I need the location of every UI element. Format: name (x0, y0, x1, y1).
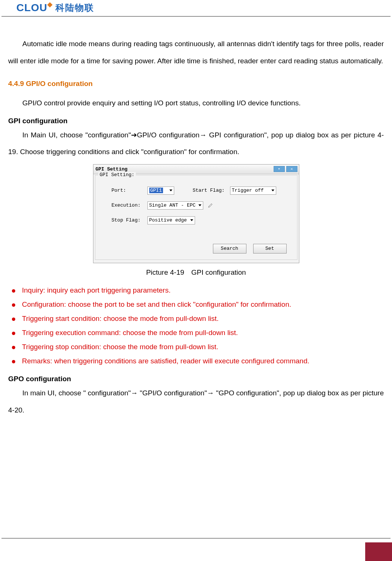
close-icon: ✕ (290, 167, 293, 171)
chevron-down-icon (271, 189, 274, 191)
arrow-icon: → (207, 389, 214, 397)
stop-flag-combobox[interactable]: Positive edge (147, 216, 195, 224)
gpi-setting-groupbox: GPI Setting: Port: GPI1 Start Flag: Trig… (95, 175, 297, 260)
chevron-down-icon (190, 219, 193, 221)
port-value: GPI1 (149, 188, 163, 193)
arrow-icon: ➔ (131, 131, 137, 139)
search-button[interactable]: Search (213, 244, 246, 254)
content-area: Automatic idle mode means during reading… (0, 17, 392, 418)
list-item-text: Inquiry: inquiry each port triggering pa… (22, 286, 170, 294)
list-item: Inquiry: inquiry each port triggering pa… (8, 283, 384, 297)
label-start-flag: Start Flag: (193, 188, 226, 193)
row-execution: Execution: Single ANT - EPC (112, 201, 286, 210)
chevron-down-icon (198, 204, 201, 206)
execution-value: Single ANT - EPC (149, 203, 196, 208)
chevron-down-icon (169, 189, 172, 191)
gpo-para-part-a: In main UI, choose " configuration" (22, 389, 131, 397)
list-item: Triggering stop condition: choose the mo… (8, 340, 384, 354)
bullet-list: Inquiry: inquiry each port triggering pa… (8, 283, 384, 368)
list-item: Triggering start condition: choose the m… (8, 312, 384, 326)
form-rows: Port: GPI1 Start Flag: Trigger off Execu… (99, 184, 293, 224)
gpo-para-part-b: "GPI/O configuration" (138, 389, 207, 397)
list-item-text: Triggering start condition: choose the m… (22, 315, 219, 323)
bullet-icon (12, 303, 15, 307)
start-flag-combobox[interactable]: Trigger off (230, 187, 276, 195)
label-execution: Execution: (112, 203, 144, 208)
logo-cn: 科陆物联 (55, 2, 94, 14)
figure-caption: Picture 4-19 GPI configuration (8, 268, 384, 277)
bullet-icon (12, 332, 15, 335)
gpi-setting-dialog: GPI Setting ▾ ✕ GPI Setting: Port: (93, 164, 299, 263)
dialog-figure-wrap: GPI Setting ▾ ✕ GPI Setting: Port: (8, 164, 384, 263)
list-item-text: Triggering stop condition: choose the mo… (22, 343, 218, 351)
row-stop-flag: Stop Flag: Positive edge (112, 216, 286, 224)
gpi-para-part-a: In Main UI, choose "configuration" (22, 131, 131, 139)
list-item: Triggering execution command: choose the… (8, 326, 384, 340)
list-item: Configuration: choose the port to be set… (8, 297, 384, 312)
gpo-config-paragraph: In main UI, choose " configuration"→ "GP… (8, 385, 384, 418)
port-combobox[interactable]: GPI1 (147, 187, 174, 195)
list-item-text: Remarks: when triggering conditions are … (22, 357, 309, 365)
gpi-config-paragraph: In Main UI, choose "configuration"➔GPI/O… (8, 127, 384, 160)
label-stop-flag: Stop Flag: (112, 217, 144, 223)
gpio-desc-paragraph: GPI/O control provide enquiry and settin… (8, 95, 384, 112)
dialog-button-row: Search Set (99, 231, 293, 254)
bullet-icon (12, 360, 15, 363)
bullet-icon (12, 289, 15, 293)
start-flag-value: Trigger off (232, 188, 264, 193)
gpo-config-heading: GPO configuration (8, 375, 384, 383)
minimize-button[interactable]: ▾ (274, 166, 285, 172)
section-heading-449: 4.4.9 GPI/O configuration (8, 80, 384, 88)
edit-icon[interactable] (207, 202, 214, 209)
footer-accent-tab (365, 542, 392, 561)
list-item-text: Configuration: choose the port to be set… (22, 300, 291, 309)
group-legend: GPI Setting: (98, 172, 136, 178)
titlebar-buttons: ▾ ✕ (274, 166, 297, 172)
intro-paragraph: Automatic idle mode means during reading… (8, 35, 384, 69)
dialog-title: GPI Setting (96, 166, 128, 172)
minimize-icon: ▾ (278, 167, 280, 171)
list-item: Remarks: when triggering conditions are … (8, 354, 384, 368)
arrow-icon: → (131, 389, 138, 397)
bullet-icon (12, 346, 15, 349)
execution-combobox[interactable]: Single ANT - EPC (147, 201, 203, 210)
stop-flag-value: Positive edge (149, 217, 187, 223)
bullet-icon (12, 318, 15, 321)
search-button-label: Search (221, 246, 238, 251)
footer-rule (1, 538, 391, 539)
logo-en-text: CLOU (16, 2, 47, 14)
gpi-config-heading: GPI configuration (8, 117, 384, 125)
list-item-text: Triggering execution command: choose the… (22, 329, 238, 337)
logo-accent-icon (47, 2, 52, 7)
arrow-icon: → (200, 131, 207, 139)
page-header: CLOU 科陆物联 (1, 0, 391, 17)
close-button[interactable]: ✕ (286, 166, 297, 172)
label-port: Port: (112, 188, 144, 193)
row-port: Port: GPI1 Start Flag: Trigger off (112, 187, 286, 195)
set-button[interactable]: Set (253, 244, 287, 254)
gpi-para-part-b: GPI/O configuration (137, 131, 200, 139)
set-button-label: Set (265, 246, 274, 251)
logo-en: CLOU (16, 2, 52, 14)
